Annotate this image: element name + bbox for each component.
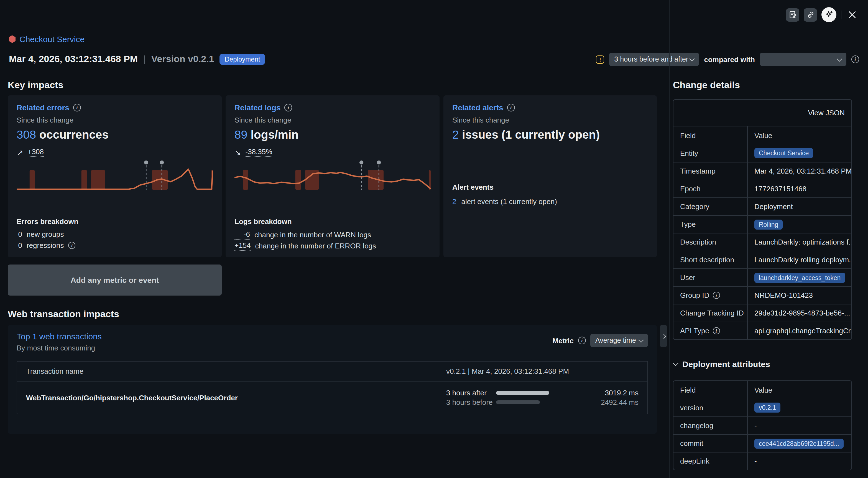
related-alerts-info-icon[interactable]: i	[507, 104, 515, 112]
value-cell: api.graphql.changeTrackingCr...	[748, 322, 851, 339]
logs-breakdown-row: -6 change in the number of WARN logs	[235, 230, 371, 240]
field-cell: Type	[674, 216, 748, 233]
table-row: CategoryDeployment	[674, 198, 851, 215]
metric-selector: Metric i Average time	[552, 334, 648, 347]
errors-unit: occurrences	[39, 128, 108, 141]
errors-breakdown-title: Errors breakdown	[17, 217, 79, 226]
after-value: 3019.2 ms	[585, 389, 639, 397]
field-cell: User	[674, 269, 748, 286]
new-groups-count: 0	[17, 230, 22, 238]
related-logs-link[interactable]: Related logs	[235, 103, 281, 112]
trend-up-arrow-icon: ↗	[17, 148, 23, 157]
value-column-header: Value	[748, 126, 851, 144]
table-row: Short descriptionLaunchDarkly rolling de…	[674, 251, 851, 268]
value-cell: LaunchDarkly: optimizations f...	[748, 234, 851, 251]
add-metric-button[interactable]: Add any metric or event	[8, 265, 222, 296]
errors-breakdown-row: 0 new groups	[17, 230, 64, 238]
errors-count: 308	[17, 128, 36, 141]
value-cell: Deployment	[748, 198, 851, 215]
field-column-header: Field	[674, 381, 748, 399]
value-badge[interactable]: v0.2.1	[754, 402, 781, 413]
logs-breakdown-title: Logs breakdown	[235, 217, 292, 226]
title-separator: |	[143, 54, 146, 65]
table-row: Epoch1772637151468	[674, 180, 851, 198]
related-alerts-link[interactable]: Related alerts	[452, 103, 503, 112]
table-header-row: Transaction name v0.2.1 | Mar 4, 2026, 0…	[17, 362, 647, 382]
related-errors-info-icon[interactable]: i	[73, 104, 81, 112]
warning-icon[interactable]: !	[596, 55, 604, 63]
regressions-label: regressions	[27, 241, 64, 249]
new-groups-label: new groups	[27, 230, 64, 238]
value-cell: -	[748, 452, 851, 470]
warn-logs-delta[interactable]: -6	[235, 230, 250, 240]
table-row: Group IDiNRDEMO-101423	[674, 286, 851, 304]
regressions-info-icon[interactable]: i	[68, 242, 75, 249]
logs-breakdown-row: +154 change in the number of ERROR logs	[235, 241, 376, 251]
field-cell: deepLink	[674, 452, 748, 470]
deployment-attributes-heading: Deployment attributes	[673, 359, 770, 369]
value-badge[interactable]: Checkout Service	[754, 148, 813, 158]
entity-breadcrumb: Checkout Service	[9, 34, 85, 44]
field-info-icon[interactable]: i	[713, 327, 720, 334]
before-value: 2492.44 ms	[585, 398, 639, 407]
error-logs-delta[interactable]: +154	[235, 241, 251, 251]
view-json-link[interactable]: View JSON	[808, 109, 845, 117]
table-row: EntityCheckout Service	[674, 144, 851, 162]
related-alerts-card: Related alerts i Since this change 2 iss…	[443, 95, 657, 257]
table-row: TimestampMar 4, 2026, 03:12:31.468 PM	[674, 162, 851, 180]
table-row: DescriptionLaunchDarkly: optimizations f…	[674, 233, 851, 251]
after-comparison: 3 hours after 3019.2 ms	[446, 389, 639, 397]
version-label: Version v0.2.1	[151, 54, 214, 65]
before-duration-bar	[496, 400, 540, 404]
value-badge[interactable]: launchdarkley_access_token	[754, 273, 845, 282]
value-badge[interactable]: Rolling	[754, 219, 783, 229]
metric-info-icon[interactable]: i	[578, 337, 586, 345]
field-cell: Epoch	[674, 180, 748, 198]
errors-subtitle: Since this change	[17, 116, 73, 124]
field-cell: Entity	[674, 144, 748, 162]
column-header-version-timestamp: v0.2.1 | Mar 4, 2026, 03:12:31.468 PM	[437, 362, 647, 381]
key-impacts-heading: Key impacts	[8, 80, 63, 91]
field-cell: API Typei	[674, 322, 748, 339]
web-transactions-card: Top 1 web transactions By most time cons…	[8, 325, 657, 434]
deployment-attributes-title: Deployment attributes	[682, 359, 770, 369]
value-cell: 29de31d2-9895-4873-be56-...	[748, 304, 851, 322]
logs-trend: ↘ -38.35%	[235, 148, 272, 157]
table-row: changelog-	[674, 416, 851, 434]
errors-trend: ↗ +308	[17, 148, 44, 157]
issues-unit: issues (1 currently open)	[462, 128, 600, 141]
web-transaction-impacts-heading: Web transaction impacts	[8, 309, 119, 320]
value-cell: launchdarkley_access_token	[748, 269, 851, 286]
errors-trend-value[interactable]: +308	[27, 148, 44, 157]
alert-events-count-link[interactable]: 2	[452, 198, 456, 206]
panel-expand-handle[interactable]	[660, 325, 667, 347]
before-label: 3 hours before	[446, 398, 496, 407]
chevron-right-icon	[661, 334, 666, 339]
table-row: versionv0.2.1	[674, 399, 851, 416]
logs-trend-value[interactable]: -38.35%	[245, 148, 272, 157]
field-column-header: Field	[674, 126, 748, 144]
collapse-chevron-icon[interactable]	[673, 360, 678, 366]
logs-count: 89	[235, 128, 247, 141]
errors-breakdown-row: 0 regressions i	[17, 241, 75, 249]
field-info-icon[interactable]: i	[713, 292, 720, 299]
change-details-heading: Change details	[673, 80, 740, 91]
value-cell: cee441cd28ab69f2e1195d...	[748, 435, 851, 452]
after-label: 3 hours after	[446, 389, 496, 397]
error-logs-label: change in the number of ERROR logs	[255, 242, 376, 250]
field-cell: Description	[674, 234, 748, 251]
entity-link[interactable]: Checkout Service	[20, 34, 85, 44]
transaction-name: WebTransaction/Go/hipstershop.CheckoutSe…	[26, 393, 238, 402]
after-duration-bar	[496, 391, 549, 395]
related-errors-link[interactable]: Related errors	[17, 103, 69, 112]
related-logs-info-icon[interactable]: i	[285, 104, 292, 112]
regressions-count: 0	[17, 241, 22, 249]
table-header-row: Field Value	[674, 126, 851, 144]
value-cell: v0.2.1	[748, 399, 851, 416]
change-details-table: View JSON Field Value EntityCheckout Ser…	[673, 99, 852, 340]
value-badge[interactable]: cee441cd28ab69f2e1195d...	[754, 438, 844, 448]
top-web-transactions-link[interactable]: Top 1 web transactions	[17, 332, 102, 341]
value-cell: 1772637151468	[748, 180, 851, 198]
metric-dropdown-value: Average time	[595, 337, 636, 345]
metric-dropdown[interactable]: Average time	[590, 334, 648, 347]
